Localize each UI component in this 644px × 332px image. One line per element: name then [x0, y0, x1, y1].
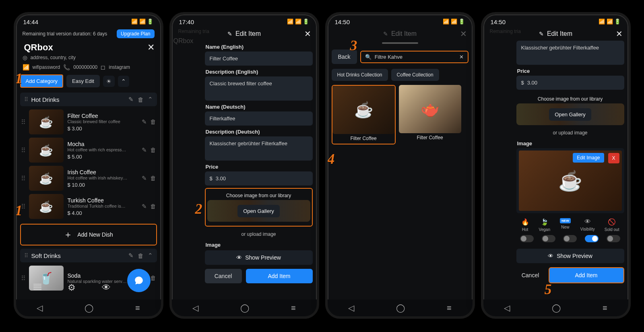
- open-gallery-button[interactable]: Open Gallery: [549, 108, 591, 121]
- delete-image-button[interactable]: X: [608, 153, 619, 163]
- nav-back-icon[interactable]: ◁: [348, 303, 354, 313]
- chevron-up-icon[interactable]: ⌃: [148, 96, 153, 103]
- uploaded-image: ☕ Edit Image X: [519, 151, 622, 211]
- edit-image-button[interactable]: Edit Image: [573, 153, 604, 163]
- trash-icon[interactable]: 🗑: [138, 96, 144, 103]
- upgrade-plan-button[interactable]: Upgrade Plan: [117, 29, 154, 38]
- instagram-text: instagram: [109, 64, 130, 70]
- nav-recent-icon[interactable]: ≡: [447, 303, 452, 313]
- drag-handle-icon[interactable]: ⠿: [24, 96, 27, 103]
- status-icons: 📶 📶 🔋: [131, 19, 153, 25]
- input-name-de[interactable]: Filterkaffee: [205, 111, 313, 126]
- edit-icon[interactable]: ✎: [142, 118, 147, 126]
- gear-icon[interactable]: ⚙: [68, 283, 76, 293]
- drag-handle-icon[interactable]: ⠿: [21, 146, 25, 154]
- search-text: Filtre Kahve: [375, 54, 456, 60]
- toggle-hot[interactable]: [520, 235, 534, 242]
- sheet-handle[interactable]: [382, 42, 418, 44]
- nav-recent-icon[interactable]: ≡: [603, 303, 607, 313]
- input-desc-de[interactable]: Klassischer gebrühter Filterkaffee: [516, 41, 624, 65]
- close-icon[interactable]: ✕: [304, 29, 311, 39]
- nav-recent-icon[interactable]: ≡: [291, 303, 296, 313]
- search-input[interactable]: 🔍 Filtre Kahve ✕: [360, 51, 469, 63]
- category-soft-drinks[interactable]: ⠿ Soft Drinks ✎ 🗑 ⌃: [20, 249, 157, 262]
- drag-handle-icon[interactable]: ⠿: [21, 118, 25, 126]
- eye-icon[interactable]: 👁: [102, 283, 111, 293]
- nav-home-icon[interactable]: ◯: [240, 303, 249, 313]
- trash-icon[interactable]: 🗑: [150, 118, 156, 126]
- trash-icon[interactable]: 🗑: [150, 146, 156, 154]
- close-icon[interactable]: ✕: [616, 29, 623, 39]
- input-desc-en[interactable]: Classic brewed filter coffee: [205, 76, 313, 101]
- clear-icon[interactable]: ✕: [459, 54, 464, 60]
- edit-icon[interactable]: ✎: [142, 146, 147, 154]
- theme-icon[interactable]: ☀: [103, 76, 115, 87]
- open-gallery-button[interactable]: Open Gallery: [237, 205, 280, 217]
- step-1a: 1: [15, 70, 23, 87]
- drag-handle-icon[interactable]: ⠿: [24, 252, 27, 259]
- toggle-vegan[interactable]: [542, 235, 555, 242]
- drag-handle-icon[interactable]: ⠿: [21, 175, 25, 182]
- label-price: Price: [206, 164, 312, 170]
- gallery-item[interactable]: 🫖 Filter Coffee: [399, 85, 461, 144]
- show-preview-button[interactable]: 👁 Show Preview: [205, 250, 313, 265]
- android-navbar: ◁ ◯ ≡: [16, 299, 161, 316]
- close-icon[interactable]: ✕: [460, 29, 467, 39]
- chip-hot-drinks[interactable]: Hot Drinks Collection: [332, 69, 388, 81]
- add-item-button[interactable]: Add Item: [549, 267, 624, 283]
- choose-image-library: Choose image from our library Open Galle…: [516, 92, 624, 125]
- trash-icon[interactable]: 🗑: [138, 252, 144, 259]
- edit-icon[interactable]: ✎: [128, 96, 134, 103]
- phone-screen-2: 17:40 📶 📶 🔋 Remaining tria QRbox ✎ Edit …: [169, 12, 319, 319]
- close-icon[interactable]: ✕: [147, 42, 155, 53]
- edit-icon[interactable]: ✎: [142, 203, 147, 210]
- clock: 14:44: [23, 19, 39, 25]
- nav-home-icon[interactable]: ◯: [396, 303, 405, 313]
- input-price[interactable]: $ 3.00: [205, 171, 313, 186]
- location-icon: ◎: [23, 54, 27, 61]
- nav-back-icon[interactable]: ◁: [192, 303, 198, 313]
- visibility-icon: 👁: [584, 218, 591, 225]
- nav-back-icon[interactable]: ◁: [37, 303, 43, 313]
- cancel-button[interactable]: Cancel: [516, 267, 545, 283]
- trash-icon[interactable]: 🗑: [150, 175, 156, 182]
- dish-row: ⠿ ☕ Mocha Hot coffee with rich espresso……: [20, 136, 157, 164]
- add-category-button[interactable]: Add Category: [20, 74, 64, 88]
- wifi-text: wifipassword: [33, 64, 60, 70]
- nav-home-icon[interactable]: ◯: [552, 303, 561, 313]
- choose-image-library: Choose image from our library Open Galle…: [205, 188, 313, 227]
- chat-fab[interactable]: [127, 269, 151, 292]
- chip-coffee[interactable]: Coffee Collection: [391, 69, 439, 81]
- clock: 14:50: [491, 19, 506, 25]
- android-navbar: ◁ ◯ ≡: [328, 299, 473, 316]
- gallery-item-selected[interactable]: ☕ Filter Coffee: [332, 85, 396, 144]
- cancel-button[interactable]: Cancel: [205, 269, 242, 283]
- category-hot-drinks[interactable]: ⠿ Hot Drinks ✎ 🗑 ⌃: [20, 93, 157, 106]
- nav-home-icon[interactable]: ◯: [85, 303, 93, 313]
- nav-recent-icon[interactable]: ≡: [135, 303, 140, 313]
- input-desc-de[interactable]: Klassischer gebrühter Filterkaffee: [205, 136, 313, 161]
- dish-title: Filter Coffee: [68, 113, 138, 119]
- step-4: 4: [328, 151, 335, 167]
- add-item-button[interactable]: Add Item: [246, 269, 313, 283]
- toggle-soldout[interactable]: [607, 235, 620, 242]
- add-new-dish-button[interactable]: ＋ Add New Dish: [20, 224, 157, 245]
- easy-edit-button[interactable]: Easy Edit: [66, 75, 100, 87]
- toggle-visibility[interactable]: [585, 235, 599, 242]
- chevron-up-icon[interactable]: ⌃: [118, 76, 129, 87]
- edit-icon[interactable]: ✎: [142, 175, 147, 182]
- input-price[interactable]: $ 3.00: [516, 76, 624, 90]
- nav-back-icon[interactable]: ◁: [504, 303, 510, 313]
- label-price: Price: [517, 68, 623, 74]
- qr-icon[interactable]: 𝍣: [33, 282, 42, 294]
- chevron-up-icon[interactable]: ⌃: [148, 252, 153, 259]
- dish-thumbnail: ☕: [29, 138, 64, 163]
- input-name-en[interactable]: Filter Coffee: [205, 52, 313, 66]
- show-preview-label: Show Preview: [245, 254, 281, 261]
- trash-icon[interactable]: 🗑: [150, 203, 156, 210]
- image-card: ☕ Edit Image X: [516, 148, 624, 213]
- edit-icon[interactable]: ✎: [128, 252, 134, 259]
- show-preview-button[interactable]: 👁 Show Preview: [516, 249, 624, 263]
- status-bar: 14:50 📶 📶 🔋: [483, 14, 628, 27]
- toggle-new[interactable]: [563, 235, 577, 242]
